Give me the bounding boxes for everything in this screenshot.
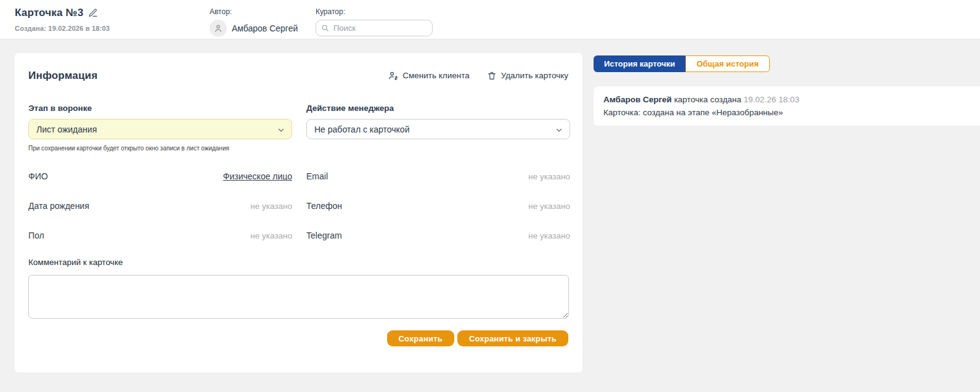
card-actions: Сменить клиента Удалить карточку: [388, 70, 568, 81]
individual-person-link[interactable]: Физическое лицо: [223, 171, 292, 181]
manager-action-value: Не работал с карточкой: [314, 125, 409, 134]
save-buttons-row: Сохранить Сохранить и закрыть: [387, 330, 568, 346]
email-value: не указано: [528, 172, 570, 181]
field-row-phone: Телефон не указано: [306, 201, 570, 211]
birthdate-value: не указано: [250, 202, 292, 211]
field-row-gender: Пол не указано: [28, 231, 292, 240]
delete-card-button[interactable]: Удалить карточку: [487, 70, 568, 81]
edit-pencil-icon[interactable]: [88, 8, 98, 18]
history-entry-author: Амбаров Сергей: [603, 95, 672, 104]
author-row: Амбаров Сергей: [210, 20, 298, 37]
phone-label: Телефон: [306, 201, 342, 211]
email-label: Email: [306, 171, 328, 181]
field-row-email: Email не указано: [306, 171, 570, 181]
delete-card-label: Удалить карточку: [501, 71, 568, 80]
tab-card-history[interactable]: История карточки: [594, 55, 685, 72]
history-entry-headline: Амбаров Сергей карточка создана 19.02.26…: [603, 93, 970, 106]
gender-label: Пол: [28, 231, 44, 240]
curator-block: Куратор:: [316, 7, 433, 36]
telegram-label: Telegram: [306, 231, 342, 240]
author-block: Автор: Амбаров Сергей: [210, 7, 298, 37]
save-button[interactable]: Сохранить: [387, 330, 454, 346]
manager-action-select[interactable]: Не работал с карточкой: [306, 119, 570, 139]
curator-label: Куратор:: [316, 7, 433, 16]
curator-search-input[interactable]: [316, 20, 433, 36]
change-client-button[interactable]: Сменить клиента: [388, 70, 469, 81]
comment-textarea[interactable]: [28, 275, 569, 319]
fio-label: ФИО: [28, 171, 48, 181]
funnel-stage-hint: При сохранении карточки будет открыто ок…: [28, 145, 229, 152]
funnel-stage-select[interactable]: Лист ожидания: [28, 119, 292, 139]
info-card-title: Информация: [28, 70, 97, 82]
chevron-down-icon: [277, 126, 285, 134]
author-name: Амбаров Сергей: [232, 23, 298, 33]
top-header-bar: Карточка №3 Создана: 19.02.2026 в 18:03 …: [0, 0, 980, 39]
card-title-block: Карточка №3 Создана: 19.02.2026 в 18:03: [15, 7, 110, 32]
app-window: Карточка №3 Создана: 19.02.2026 в 18:03 …: [0, 0, 980, 392]
created-timestamp: Создана: 19.02.2026 в 18:03: [15, 25, 110, 32]
field-row-telegram: Telegram не указано: [306, 231, 570, 240]
funnel-stage-value: Лист ожидания: [36, 125, 97, 134]
info-card: Информация Сменить клиента Удалить карто…: [15, 53, 582, 372]
author-label: Автор:: [210, 7, 298, 16]
history-entry-detail: Карточка: создана на этапе «Неразобранны…: [603, 106, 970, 119]
trash-icon: [487, 71, 497, 81]
tab-general-history[interactable]: Общая история: [685, 55, 770, 72]
change-client-icon: [388, 70, 398, 81]
page-title: Карточка №3: [15, 7, 110, 19]
manager-action-label: Действие менеджера: [306, 104, 394, 113]
curator-search-wrap: [316, 20, 433, 36]
author-avatar: [210, 20, 227, 37]
search-icon: [321, 24, 329, 32]
history-tabs: История карточки Общая история: [594, 55, 770, 72]
chevron-down-icon: [555, 126, 563, 134]
birthdate-label: Дата рождения: [28, 201, 89, 211]
funnel-stage-label: Этап в воронке: [28, 104, 92, 113]
history-entry: Амбаров Сергей карточка создана 19.02.26…: [594, 86, 980, 126]
field-row-birthdate: Дата рождения не указано: [28, 201, 292, 211]
comment-label: Комментарий к карточке: [28, 258, 123, 267]
change-client-label: Сменить клиента: [402, 71, 469, 80]
page-title-text: Карточка №3: [15, 7, 83, 19]
telegram-value: не указано: [528, 231, 570, 240]
field-row-fio: ФИО Физическое лицо: [28, 171, 292, 181]
gender-value: не указано: [250, 231, 292, 240]
history-entry-action: карточка создана: [674, 95, 741, 104]
person-icon: [213, 23, 223, 33]
phone-value: не указано: [528, 202, 570, 211]
save-and-close-button[interactable]: Сохранить и закрыть: [457, 330, 568, 346]
history-entry-time: 19.02.26 18:03: [744, 95, 799, 104]
